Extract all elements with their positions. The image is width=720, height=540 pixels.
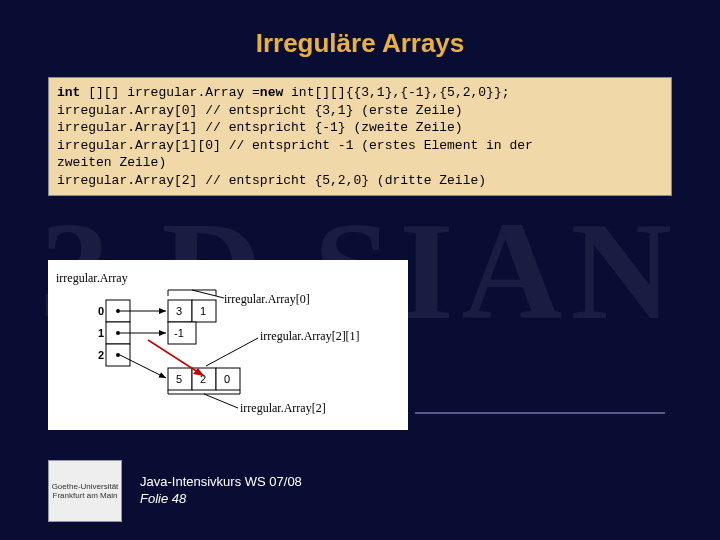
keyword: new bbox=[260, 85, 283, 100]
index-0: 0 bbox=[98, 305, 104, 317]
diagram-main-label: irregular.Array bbox=[56, 271, 128, 285]
footer-text: Java-Intensivkurs WS 07/08 Folie 48 bbox=[140, 474, 302, 508]
keyword: int bbox=[57, 85, 80, 100]
code-line: irregular.Array[1] // entspricht {-1} (z… bbox=[57, 119, 663, 137]
code-line: int [][] irregular.Array =new int[][]{{3… bbox=[57, 84, 663, 102]
code-line: irregular.Array[2] // entspricht {5,2,0}… bbox=[57, 172, 663, 190]
row-1: -1 bbox=[168, 322, 196, 344]
svg-line-14 bbox=[192, 290, 224, 298]
course-name: Java-Intensivkurs WS 07/08 bbox=[140, 474, 302, 491]
slide-title: Irreguläre Arrays bbox=[0, 0, 720, 77]
diagram-svg: irregular.Array 0 1 2 3 1 irregular.Arra… bbox=[48, 260, 408, 430]
code-line: irregular.Array[1][0] // entspricht -1 (… bbox=[57, 137, 663, 155]
code-text: [][] irregular.Array = bbox=[80, 85, 259, 100]
row-0: 3 1 bbox=[168, 300, 216, 322]
svg-point-3 bbox=[116, 309, 120, 313]
svg-line-25 bbox=[204, 394, 238, 408]
svg-point-5 bbox=[116, 353, 120, 357]
code-text: int[][]{{3,1},{-1},{5,2,0}}; bbox=[283, 85, 509, 100]
array-diagram: irregular.Array 0 1 2 3 1 irregular.Arra… bbox=[48, 260, 408, 430]
cell: 0 bbox=[224, 373, 230, 385]
index-2: 2 bbox=[98, 349, 104, 361]
row0-label: irregular.Array[0] bbox=[224, 292, 310, 306]
university-logo: Goethe-Universität Frankfurt am Main bbox=[48, 460, 122, 522]
code-block: int [][] irregular.Array =new int[][]{{3… bbox=[48, 77, 672, 196]
cell: -1 bbox=[174, 327, 184, 339]
row-2: 5 2 0 bbox=[168, 368, 240, 390]
cell: 5 bbox=[176, 373, 182, 385]
row2-label: irregular.Array[2] bbox=[240, 401, 326, 415]
slide-number: Folie 48 bbox=[140, 491, 302, 508]
svg-point-4 bbox=[116, 331, 120, 335]
code-line: zweiten Zeile) bbox=[57, 154, 663, 172]
cell: 3 bbox=[176, 305, 182, 317]
index-1: 1 bbox=[98, 327, 104, 339]
svg-line-21 bbox=[206, 338, 258, 366]
code-line: irregular.Array[0] // entspricht {3,1} (… bbox=[57, 102, 663, 120]
cell: 1 bbox=[200, 305, 206, 317]
row21-label: irregular.Array[2][1] bbox=[260, 329, 360, 343]
divider bbox=[415, 412, 665, 414]
slide-footer: Goethe-Universität Frankfurt am Main Jav… bbox=[48, 460, 302, 522]
